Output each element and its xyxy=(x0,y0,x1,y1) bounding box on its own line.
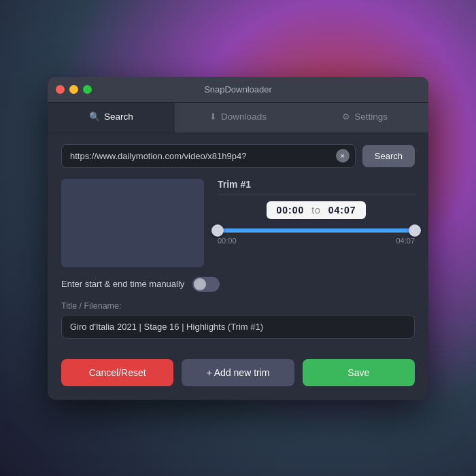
search-button[interactable]: Search xyxy=(362,145,415,167)
downloads-tab-icon: ⬇ xyxy=(209,112,217,122)
slider-track xyxy=(218,228,415,233)
close-button[interactable] xyxy=(56,85,65,94)
trim-panel: Trim #1 00:00 to 04:07 00:00 xyxy=(218,179,415,267)
tab-search-label: Search xyxy=(104,112,133,122)
action-bar: Cancel/Reset + Add new trim Save xyxy=(61,359,415,386)
time-end: 04:07 xyxy=(328,205,356,216)
traffic-lights xyxy=(56,85,92,94)
manual-toggle-label: Enter start & end time manually xyxy=(61,279,184,289)
filename-label: Title / Filename: xyxy=(61,301,415,311)
settings-tab-icon: ⚙ xyxy=(342,112,350,122)
video-trim-area: Trim #1 00:00 to 04:07 00:00 xyxy=(61,179,415,267)
url-clear-button[interactable]: × xyxy=(336,149,350,163)
main-content: × Search Trim #1 00:00 to 04:07 xyxy=(48,133,428,400)
search-bar: × Search xyxy=(61,144,415,168)
toggle-knob xyxy=(194,278,206,290)
time-display: 00:00 to 04:07 xyxy=(218,201,415,219)
tab-downloads[interactable]: ⬇ Downloads xyxy=(175,103,302,133)
search-tab-icon: 🔍 xyxy=(89,112,100,122)
maximize-button[interactable] xyxy=(83,85,92,94)
window-title: SnapDownloader xyxy=(204,84,272,95)
tab-bar: 🔍 Search ⬇ Downloads ⚙ Settings xyxy=(48,103,428,133)
slider-fill xyxy=(218,228,415,233)
slider-handle-left[interactable] xyxy=(211,224,224,237)
url-input[interactable] xyxy=(62,145,336,167)
cancel-button[interactable]: Cancel/Reset xyxy=(61,359,173,386)
filename-section: Title / Filename: xyxy=(61,301,415,339)
time-separator: to xyxy=(311,205,321,216)
trim-label: Trim #1 xyxy=(218,179,415,194)
tab-downloads-label: Downloads xyxy=(221,112,267,122)
tab-search[interactable]: 🔍 Search xyxy=(48,103,175,133)
filename-input[interactable] xyxy=(61,315,415,339)
manual-toggle-row: Enter start & end time manually xyxy=(61,277,415,292)
video-thumbnail xyxy=(61,179,204,267)
add-trim-button[interactable]: + Add new trim xyxy=(182,359,294,386)
trim-slider[interactable]: 00:00 04:07 xyxy=(218,226,415,248)
slider-label-max: 04:07 xyxy=(396,237,415,245)
slider-handle-right[interactable] xyxy=(409,224,421,237)
app-window: SnapDownloader 🔍 Search ⬇ Downloads ⚙ Se… xyxy=(48,77,428,400)
slider-labels: 00:00 04:07 xyxy=(218,237,415,245)
minimize-button[interactable] xyxy=(69,85,78,94)
slider-label-min: 00:00 xyxy=(218,237,237,245)
url-input-wrapper: × xyxy=(61,144,356,168)
titlebar: SnapDownloader xyxy=(48,77,428,103)
time-bubble: 00:00 to 04:07 xyxy=(267,201,365,219)
manual-toggle[interactable] xyxy=(192,277,220,292)
time-start: 00:00 xyxy=(276,205,304,216)
tab-settings[interactable]: ⚙ Settings xyxy=(301,103,428,133)
tab-settings-label: Settings xyxy=(354,112,388,122)
save-button[interactable]: Save xyxy=(303,359,415,386)
